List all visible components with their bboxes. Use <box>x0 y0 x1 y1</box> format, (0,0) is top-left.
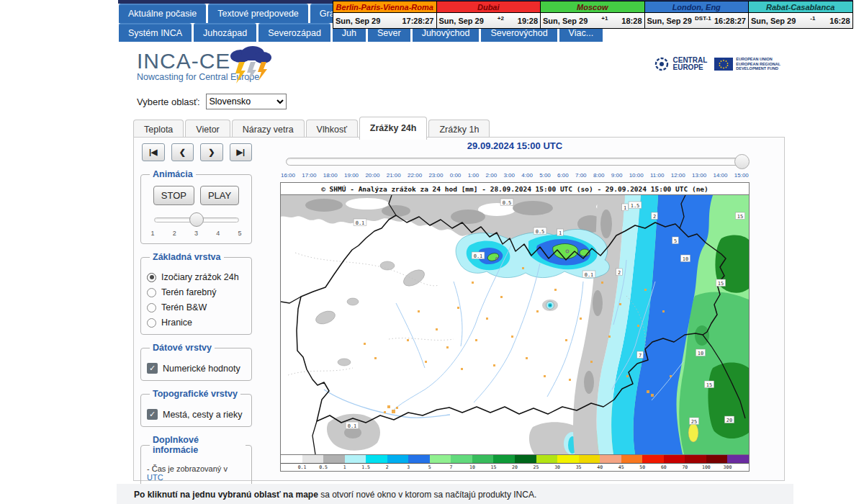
time-tick: 17:00 <box>302 172 316 179</box>
play-button[interactable]: PLAY <box>200 186 239 205</box>
scale-label: 1 <box>343 464 346 470</box>
speed-label: 2 <box>173 230 176 237</box>
nav-item[interactable]: Juhozápad <box>194 23 256 42</box>
nav-item[interactable]: Severozápad <box>258 23 330 42</box>
time-tick: 7:00 <box>575 172 587 179</box>
nav-item[interactable]: Textové predpovede <box>208 4 308 23</box>
speed-slider[interactable] <box>154 212 239 227</box>
precipitation-map[interactable]: © SHMÚ - Analýza zrážok za 24 hod [mm] -… <box>280 182 750 472</box>
radio-icon[interactable] <box>147 273 156 282</box>
contour-label: 1 <box>559 230 562 236</box>
scale-label: 3 <box>407 464 410 470</box>
scale-cell <box>685 455 706 463</box>
world-clocks: Berlin-Paris-Vienna-RomaSun, Sep 2917:28… <box>333 1 853 29</box>
speed-label: 1 <box>151 230 155 237</box>
topo-layers-fieldset: Topografické vrstvy ✓Mestá, cesty a riek… <box>140 389 252 427</box>
radio-option[interactable]: Hranice <box>147 318 246 328</box>
contour-label: 15 <box>737 214 743 220</box>
last-frame-button[interactable]: ▶| <box>230 143 253 161</box>
tab-content-panel: |◀❮❯▶| Animácia STOP PLAY 12345 Základná… <box>133 137 785 481</box>
scale-label: 35 <box>576 464 582 470</box>
clock-date: Sun, Sep 29 <box>336 17 380 25</box>
scale-cell <box>557 455 579 463</box>
clock-header: Dubai <box>437 1 541 13</box>
radio-icon[interactable] <box>147 318 156 328</box>
scale-cell <box>472 455 494 463</box>
scale-cell <box>366 455 387 463</box>
radio-icon[interactable] <box>147 288 156 297</box>
checkbox-option[interactable]: ✓Mestá, cesty a rieky <box>147 409 246 420</box>
clock-header: London, Eng <box>645 1 749 13</box>
radio-option[interactable]: Terén B&W <box>147 302 246 312</box>
clock-date: Sun, Sep 29 <box>647 17 692 25</box>
radio-option[interactable]: Terén farebný <box>147 287 246 297</box>
radio-option[interactable]: Izočiary zrážok 24h <box>147 272 246 282</box>
checkbox-icon[interactable]: ✓ <box>147 363 158 374</box>
map-image[interactable]: 0.10.50.510.10.1211.5251015157101520250.… <box>281 195 749 454</box>
scale-label: 10 <box>469 464 475 470</box>
region-select[interactable]: Slovensko <box>206 94 287 109</box>
scale-label: 300 <box>724 464 732 470</box>
base-layer-fieldset: Základná vrstva Izočiary zrážok 24hTerén… <box>140 252 252 335</box>
time-slider[interactable] <box>280 154 750 170</box>
time-slider-track[interactable] <box>286 158 744 166</box>
stop-button[interactable]: STOP <box>153 186 194 205</box>
speed-label: 4 <box>216 230 220 237</box>
next-frame-button[interactable]: ❯ <box>200 143 223 161</box>
scale-label: 20 <box>512 464 518 470</box>
radio-icon[interactable] <box>147 303 156 312</box>
checkbox-label: Mestá, cesty a rieky <box>163 410 242 420</box>
scale-cell <box>430 455 451 463</box>
contour-label: 2 <box>653 214 656 220</box>
page-root: Aktuálne počasieTextové predpovedeGrafic… <box>0 0 864 504</box>
checkbox-icon[interactable]: ✓ <box>147 409 158 420</box>
eu-logo: EUROPEAN UNION EUROPEAN REGIONAL DEVELOP… <box>714 57 780 71</box>
current-time-label: 29.09.2024 15:00 UTC <box>280 140 750 151</box>
nav-item[interactable]: Systém INCA <box>119 23 192 42</box>
scale-label: 7 <box>449 464 452 470</box>
data-layers-fieldset: Dátové vrstvy ✓Numerické hodnoty <box>140 343 252 381</box>
time-tick: 22:00 <box>408 172 422 179</box>
clock-header: Berlin-Paris-Vienna-Roma <box>333 1 436 13</box>
clock-time: 17:28:27 <box>402 17 433 25</box>
first-frame-button[interactable]: |◀ <box>142 143 165 161</box>
clock-city-label: Rabat-Casablanca <box>766 3 834 12</box>
clock-header: Rabat-Casablanca <box>749 1 852 13</box>
clock-time: 16:28:27 <box>714 17 746 25</box>
scale-label: 15 <box>491 464 497 470</box>
clock-body: Sun, Sep 29DST-116:28:27 <box>645 13 749 28</box>
prev-frame-button[interactable]: ❮ <box>171 143 194 161</box>
clock-date: Sun, Sep 29 <box>751 17 796 25</box>
contour-label: 7 <box>639 353 642 359</box>
tab-zr-ky-24h[interactable]: Zrážky 24h <box>359 117 428 140</box>
contour-label: 20 <box>726 418 732 423</box>
world-clock: DubaiSun, Sep 29+219:28 <box>437 1 541 29</box>
time-tick: 13:00 <box>692 172 706 179</box>
contour-label: 0.1 <box>348 423 357 429</box>
nav-item[interactable]: Aktuálne počasie <box>119 4 206 23</box>
clock-city-label: Moscow <box>577 3 608 12</box>
scale-label: 1.5 <box>361 464 370 470</box>
scale-cell <box>281 455 302 463</box>
time-tick: 8:00 <box>593 172 605 179</box>
radio-label: Terén farebný <box>161 287 216 297</box>
clock-body: Sun, Sep 29+219:28 <box>437 13 541 28</box>
time-slider-handle[interactable] <box>734 154 750 169</box>
speed-slider-handle[interactable] <box>189 212 204 227</box>
animation-fieldset: Animácia STOP PLAY 12345 <box>140 169 252 244</box>
scale-label: 100 <box>702 464 711 470</box>
time-tick: 5:00 <box>539 172 551 179</box>
color-scale: 0.10.511.5235710152025303540455060701003… <box>281 454 749 471</box>
time-tick: 23:00 <box>428 172 443 179</box>
time-tick: 6:00 <box>557 172 569 179</box>
clock-body: Sun, Sep 29+118:28 <box>541 13 644 28</box>
time-tick: 19:00 <box>344 172 359 179</box>
checkbox-label: Numerické hodnoty <box>163 364 240 374</box>
topo-layers-legend: Topografické vrstvy <box>150 389 240 399</box>
utc-link[interactable]: UTC <box>147 473 163 482</box>
checkbox-option[interactable]: ✓Numerické hodnoty <box>147 363 246 374</box>
time-tick: 0:00 <box>450 172 462 179</box>
controls-sidebar: |◀❮❯▶| Animácia STOP PLAY 12345 Základná… <box>140 143 252 504</box>
contour-label: 15 <box>706 382 712 388</box>
speed-label: 5 <box>238 230 241 237</box>
